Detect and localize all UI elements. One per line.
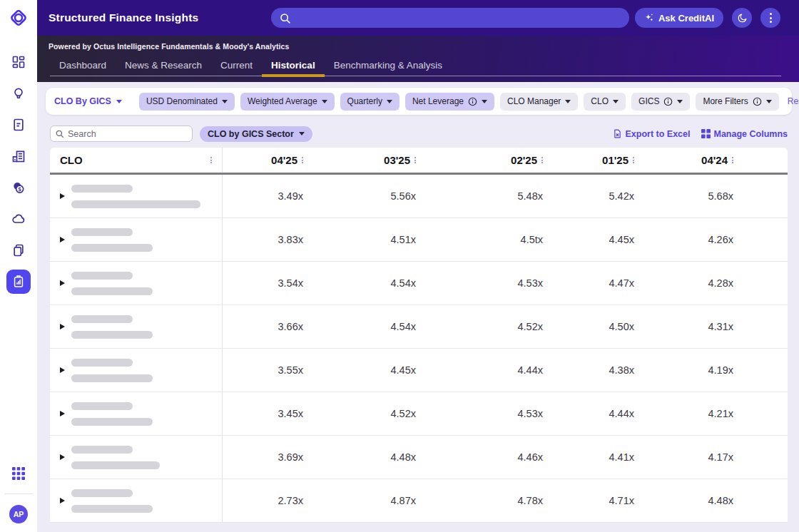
search-icon — [55, 129, 64, 138]
expand-row-icon[interactable] — [60, 237, 65, 242]
value-cell: 4.52x — [424, 305, 551, 348]
chevron-down-icon — [299, 132, 305, 135]
filter-chip-clo[interactable]: CLO — [584, 93, 626, 111]
sidebar-item-apps[interactable] — [10, 465, 27, 482]
chevron-down-icon — [677, 100, 683, 103]
value-cell: 4.31x — [643, 305, 742, 348]
filter-chip-gics[interactable]: GICS — [631, 93, 690, 111]
column-menu-icon[interactable] — [209, 155, 213, 165]
column-header-01-25: 01'25 — [551, 148, 643, 173]
value-cell: 4.48x — [643, 479, 742, 522]
value-cell: 4.28x — [643, 262, 742, 305]
table-actions: Export to Excel Manage Columns — [613, 129, 788, 139]
filter-chip-quarterly[interactable]: Quarterly — [340, 93, 400, 111]
clo-cell — [50, 218, 223, 261]
view-selector-label: CLO By GICS — [54, 96, 111, 106]
expand-row-icon[interactable] — [60, 324, 65, 329]
tab-current[interactable]: Current — [211, 57, 262, 76]
value-cell: 4.71x — [551, 479, 643, 522]
tab-news-research[interactable]: News & Research — [116, 57, 211, 76]
sidebar-item-pages[interactable] — [10, 242, 27, 259]
value-cell: 4.21x — [643, 392, 742, 435]
table-search — [50, 126, 193, 142]
value-cell: 4.47x — [551, 262, 643, 305]
table-view-dropdown[interactable]: CLO by GICS Sector — [200, 126, 312, 142]
sidebar-item-ideas[interactable] — [10, 85, 27, 102]
expand-row-icon[interactable] — [60, 411, 65, 416]
export-to-excel-button[interactable]: Export to Excel — [613, 129, 691, 139]
export-label: Export to Excel — [626, 129, 691, 139]
manage-columns-button[interactable]: Manage Columns — [701, 129, 788, 139]
value-cell: 3.55x — [223, 349, 312, 392]
value-cell: 3.49x — [223, 175, 312, 218]
loading-skeleton — [71, 402, 153, 426]
filter-chip-weighted-average[interactable]: Weighted Average — [240, 93, 335, 111]
header-menu-button[interactable] — [760, 8, 780, 28]
octus-logo-icon — [9, 8, 29, 28]
secondary-nav: Powered by Octus Intelligence Fundamenta… — [37, 36, 799, 82]
skeleton-bar — [71, 418, 153, 426]
app-logo[interactable] — [0, 0, 37, 36]
sidebar-item-dashboard[interactable] — [10, 53, 27, 71]
sidebar-item-currency[interactable] — [10, 179, 27, 196]
tab-dashboard[interactable]: Dashboard — [50, 57, 116, 76]
filter-chip-clo-manager[interactable]: CLO Manager — [500, 93, 578, 111]
sparkle-icon — [644, 13, 654, 23]
sidebar-item-company[interactable] — [10, 148, 27, 165]
column-menu-icon[interactable] — [631, 155, 636, 165]
clipboard-chart-icon — [11, 275, 26, 289]
value-cell: 4.46x — [424, 436, 551, 479]
excel-file-icon — [613, 129, 622, 138]
expand-row-icon[interactable] — [60, 193, 65, 199]
sidebar-item-cloud[interactable] — [10, 210, 27, 227]
info-icon — [468, 97, 477, 106]
column-header-clo: CLO — [50, 148, 223, 173]
row-filler — [742, 262, 788, 305]
value-cell: 4.78x — [424, 479, 551, 522]
value-cell: 4.45x — [551, 218, 643, 261]
value-cell: 4.17x — [643, 436, 742, 479]
table-row: 3.83x4.51x4.5tx4.45x4.26x — [50, 218, 788, 262]
tab-historical[interactable]: Historical — [262, 57, 325, 76]
chip-label: Weighted Average — [248, 96, 317, 106]
filter-chip-more-filters[interactable]: More Filters — [696, 93, 778, 111]
tab-benchmarking-analysis[interactable]: Benchmarking & Analysis — [325, 57, 452, 76]
expand-row-icon[interactable] — [60, 454, 65, 460]
expand-row-icon[interactable] — [60, 280, 65, 286]
dark-mode-toggle[interactable] — [732, 8, 752, 28]
global-search-input[interactable] — [271, 8, 629, 28]
column-menu-icon[interactable] — [300, 155, 305, 165]
sidebar-item-reports-active[interactable] — [6, 270, 31, 294]
clo-cell — [50, 262, 223, 305]
reset-filters-button[interactable]: Reset — [788, 96, 799, 106]
chip-label: USD Denominated — [146, 96, 218, 106]
filter-chip-usd-denominated[interactable]: USD Denominated — [139, 93, 235, 111]
powered-by-text: Powered by Octus Intelligence Fundamenta… — [49, 36, 799, 51]
column-header-04-24: 04'24 — [643, 148, 742, 173]
expand-row-icon[interactable] — [60, 367, 65, 373]
clo-cell — [50, 349, 223, 392]
loading-skeleton — [71, 359, 153, 382]
column-menu-icon[interactable] — [540, 155, 544, 165]
lightbulb-icon — [11, 86, 26, 101]
expand-row-icon[interactable] — [60, 498, 65, 503]
value-cell: 3.54x — [223, 262, 312, 305]
filter-chip-net-leverage[interactable]: Net Leverage — [405, 93, 494, 111]
user-avatar[interactable]: AP — [9, 505, 28, 523]
top-header: Structured Finance Insights Ask CreditAI — [37, 0, 799, 36]
dashboard-icon — [11, 55, 26, 69]
value-cell: 4.5tx — [424, 218, 551, 261]
ask-creditai-button[interactable]: Ask CreditAI — [635, 8, 723, 28]
column-menu-icon[interactable] — [413, 155, 417, 165]
table-toolbar: CLO by GICS Sector Export to Excel Manag… — [50, 126, 788, 142]
skeleton-bar — [71, 489, 133, 497]
table-search-input[interactable] — [50, 126, 193, 142]
view-selector-dropdown[interactable]: CLO By GICS — [54, 96, 122, 106]
column-header-label: 02'25 — [511, 154, 537, 166]
row-filler — [742, 479, 788, 522]
cloud-icon — [11, 212, 26, 226]
copy-icon — [11, 243, 26, 257]
column-menu-icon[interactable] — [731, 155, 735, 165]
sidebar-item-documents[interactable] — [10, 116, 27, 133]
value-cell: 3.83x — [223, 218, 312, 261]
